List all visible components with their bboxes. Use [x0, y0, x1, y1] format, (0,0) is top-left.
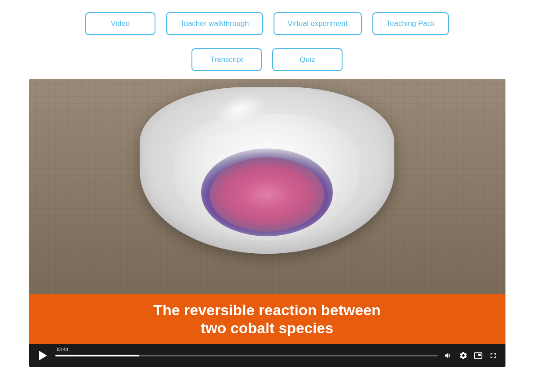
pip-icon	[474, 351, 483, 360]
video-title-line1: The reversible reaction between	[153, 302, 381, 318]
video-button[interactable]: Video	[85, 12, 155, 35]
teacher-walkthrough-button[interactable]: Teacher walkthrough	[166, 12, 263, 35]
controls-right	[443, 350, 498, 361]
bowl-wrapper	[29, 79, 505, 294]
volume-button[interactable]	[443, 350, 454, 361]
play-icon	[39, 351, 47, 360]
bowl-container	[140, 87, 394, 271]
powder-center	[210, 157, 324, 232]
transcript-button[interactable]: Transcript	[191, 48, 262, 71]
quiz-button[interactable]: Quiz	[272, 48, 343, 71]
progress-bar[interactable]: 03:48	[55, 355, 438, 356]
top-nav: Video Teacher walkthrough Virtual experi…	[0, 0, 534, 44]
gear-icon	[459, 351, 468, 360]
bowl-outer	[140, 87, 394, 254]
progress-fill	[55, 355, 140, 356]
video-title-bar: The reversible reaction between two coba…	[29, 294, 505, 344]
play-button[interactable]	[36, 349, 50, 363]
video-title-line2: two cobalt species	[201, 320, 333, 336]
video-controls-bar: 03:48	[29, 344, 505, 367]
pip-button[interactable]	[473, 350, 483, 361]
second-nav: Transcript Quiz	[0, 44, 534, 79]
timestamp-badge: 03:48	[55, 347, 70, 352]
virtual-experiment-button[interactable]: Virtual experiment	[274, 12, 362, 35]
video-player: The reversible reaction between two coba…	[29, 79, 505, 367]
fullscreen-icon	[489, 351, 498, 360]
video-title: The reversible reaction between two coba…	[40, 301, 495, 337]
teaching-pack-button[interactable]: Teaching Pack	[372, 12, 449, 35]
volume-icon	[444, 351, 453, 360]
video-scene[interactable]	[29, 79, 505, 294]
fullscreen-button[interactable]	[488, 350, 498, 361]
settings-button[interactable]	[458, 350, 469, 361]
